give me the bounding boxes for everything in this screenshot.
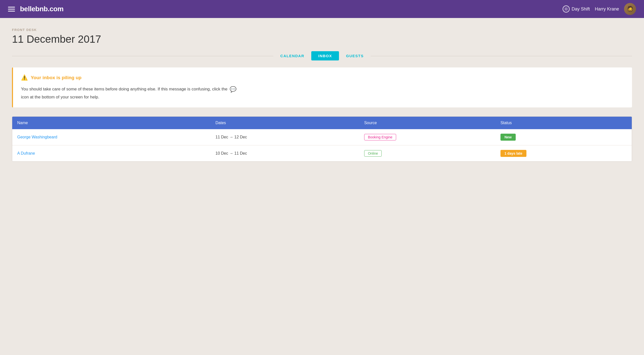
table-body: George Washingbeard 11 Dec → 12 Dec Book… bbox=[12, 129, 632, 161]
username-label: Harry Krane bbox=[595, 7, 619, 12]
header-left: bellebnb.com bbox=[8, 5, 64, 13]
tab-inbox[interactable]: INBOX bbox=[311, 51, 339, 61]
day-shift[interactable]: Day Shift bbox=[563, 6, 590, 13]
guest-name-link[interactable]: George Washingbeard bbox=[17, 135, 57, 139]
status-cell: 1 days late bbox=[496, 145, 632, 162]
source-badge-online: Online bbox=[364, 150, 382, 157]
status-badge-new: New bbox=[500, 134, 516, 141]
source-cell: Booking Engine bbox=[359, 129, 496, 145]
svg-line-8 bbox=[567, 8, 568, 8]
svg-line-4 bbox=[567, 10, 568, 11]
source-cell: Online bbox=[359, 145, 496, 162]
status-badge-late: 1 days late bbox=[500, 150, 526, 157]
avatar[interactable]: 🧔 bbox=[624, 3, 636, 15]
day-shift-icon bbox=[563, 6, 570, 13]
page-title: 11 December 2017 bbox=[12, 33, 632, 45]
tabs: CALENDAR INBOX GUESTS bbox=[273, 51, 371, 61]
table-row: George Washingbeard 11 Dec → 12 Dec Book… bbox=[12, 129, 632, 145]
tabs-container: CALENDAR INBOX GUESTS bbox=[12, 51, 632, 61]
alert-box: ⚠️ Your inbox is piling up You should ta… bbox=[12, 68, 632, 107]
bookings-table-container: Name Dates Source Status George Washingb… bbox=[12, 116, 632, 162]
header-right: Day Shift Harry Krane 🧔 bbox=[563, 3, 636, 15]
tab-calendar[interactable]: CALENDAR bbox=[273, 51, 311, 61]
svg-line-7 bbox=[564, 10, 565, 11]
day-shift-label: Day Shift bbox=[572, 7, 590, 12]
alert-title: ⚠️ Your inbox is piling up bbox=[21, 75, 624, 81]
table-row: A Dufrane 10 Dec → 11 Dec Online 1 days … bbox=[12, 145, 632, 162]
avatar-icon: 🧔 bbox=[627, 6, 634, 12]
top-header: bellebnb.com Day Shift Harry Krane bbox=[0, 0, 644, 18]
svg-line-3 bbox=[564, 8, 565, 8]
alert-body-text: You should take care of some of these it… bbox=[21, 87, 228, 91]
hamburger-menu[interactable] bbox=[8, 7, 15, 12]
dates-cell: 10 Dec → 11 Dec bbox=[210, 145, 359, 162]
warning-icon: ⚠️ bbox=[21, 75, 28, 81]
help-chat-icon[interactable]: 💬 bbox=[230, 85, 236, 94]
guest-name-cell: A Dufrane bbox=[12, 145, 210, 162]
source-badge-booking: Booking Engine bbox=[364, 134, 396, 140]
tab-guests[interactable]: GUESTS bbox=[339, 51, 371, 61]
page-content: FRONT DESK 11 December 2017 CALENDAR INB… bbox=[0, 18, 644, 162]
section-label: FRONT DESK bbox=[12, 28, 632, 32]
guest-name-cell: George Washingbeard bbox=[12, 129, 210, 145]
dates-cell: 11 Dec → 12 Dec bbox=[210, 129, 359, 145]
col-header-name: Name bbox=[12, 117, 210, 129]
status-cell: New bbox=[496, 129, 632, 145]
brand-logo: bellebnb.com bbox=[20, 5, 64, 13]
bookings-table: Name Dates Source Status George Washingb… bbox=[12, 117, 632, 161]
col-header-status: Status bbox=[496, 117, 632, 129]
alert-title-text: Your inbox is piling up bbox=[31, 75, 81, 81]
col-header-dates: Dates bbox=[210, 117, 359, 129]
svg-point-0 bbox=[565, 8, 567, 10]
alert-body-suffix: icon at the bottom of your screen for he… bbox=[21, 95, 99, 99]
alert-body: You should take care of some of these it… bbox=[21, 85, 624, 100]
col-header-source: Source bbox=[359, 117, 496, 129]
guest-name-link[interactable]: A Dufrane bbox=[17, 151, 35, 155]
table-header: Name Dates Source Status bbox=[12, 117, 632, 129]
